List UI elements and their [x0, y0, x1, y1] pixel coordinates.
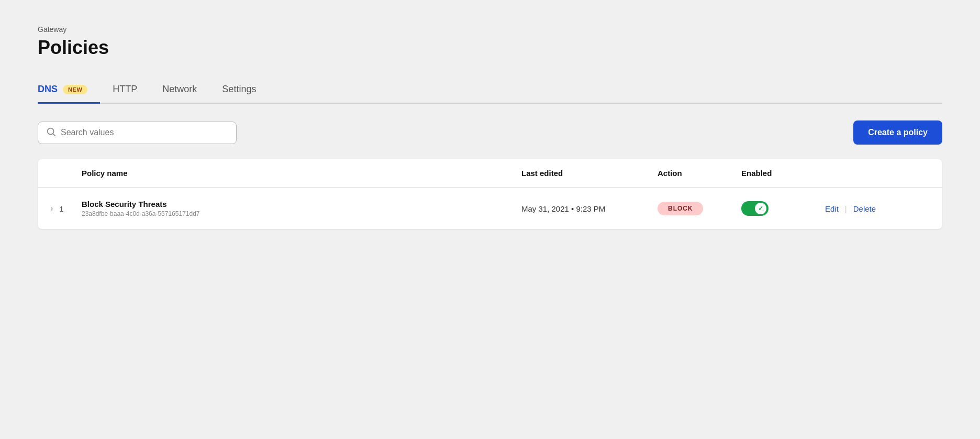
toggle-thumb: ✓ — [755, 203, 766, 214]
col-last-edited: Last edited — [521, 169, 658, 178]
row-actions: Edit | Delete — [825, 204, 930, 213]
policy-name: Block Security Threats — [82, 200, 521, 208]
table-header: Policy name Last edited Action Enabled — [38, 159, 942, 188]
col-action: Action — [658, 169, 741, 178]
policies-table: Policy name Last edited Action Enabled ›… — [38, 159, 942, 229]
row-index: 1 — [59, 204, 63, 213]
table-row: › 1 Block Security Threats 23a8dfbe-baaa… — [38, 188, 942, 229]
col-actions — [825, 169, 930, 178]
last-edited: May 31, 2021 • 9:23 PM — [521, 204, 658, 213]
breadcrumb: Gateway — [38, 25, 942, 34]
tab-dns-badge: NEW — [63, 85, 87, 94]
enabled-cell: ✓ — [741, 201, 825, 216]
tab-settings-label: Settings — [222, 84, 256, 95]
search-box — [38, 122, 237, 144]
svg-line-1 — [53, 134, 55, 136]
main-page: Gateway Policies DNS NEW HTTP Network Se… — [0, 0, 980, 254]
toolbar: Create a policy — [38, 120, 942, 145]
tab-network-label: Network — [162, 84, 197, 95]
delete-button[interactable]: Delete — [853, 204, 876, 213]
col-enabled: Enabled — [741, 169, 825, 178]
create-policy-button[interactable]: Create a policy — [853, 120, 942, 145]
policy-id: 23a8dfbe-baaa-4c0d-a36a-557165171dd7 — [82, 210, 521, 217]
tab-network[interactable]: Network — [162, 78, 209, 104]
row-expand-area: › 1 — [50, 204, 82, 213]
action-badge: BLOCK — [658, 202, 703, 215]
tab-dns[interactable]: DNS NEW — [38, 78, 100, 104]
check-icon: ✓ — [758, 205, 763, 212]
search-input[interactable] — [61, 128, 228, 137]
col-policy-name: Policy name — [82, 169, 521, 178]
edit-button[interactable]: Edit — [825, 204, 839, 213]
policy-name-cell: Block Security Threats 23a8dfbe-baaa-4c0… — [82, 200, 521, 217]
page-title: Policies — [38, 37, 942, 59]
tab-settings[interactable]: Settings — [222, 78, 269, 104]
tab-http-label: HTTP — [113, 84, 137, 95]
tabs-bar: DNS NEW HTTP Network Settings — [38, 78, 942, 104]
action-divider: | — [845, 204, 847, 213]
tab-http[interactable]: HTTP — [113, 78, 150, 104]
col-expand — [50, 169, 82, 178]
search-icon — [47, 127, 55, 138]
tab-dns-label: DNS — [38, 84, 58, 95]
action-cell: BLOCK — [658, 202, 741, 215]
expand-icon[interactable]: › — [50, 204, 53, 213]
enabled-toggle[interactable]: ✓ — [741, 201, 769, 216]
